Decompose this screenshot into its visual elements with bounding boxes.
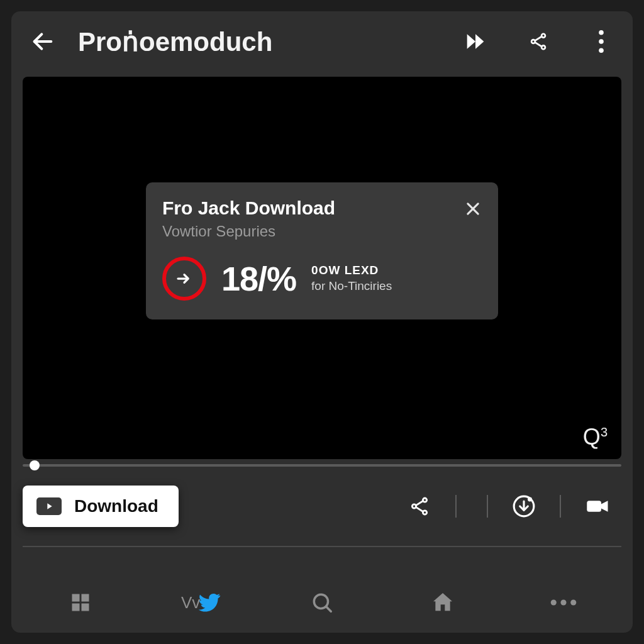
back-arrow-icon xyxy=(30,29,55,54)
download-circle-button[interactable] xyxy=(509,492,538,521)
more-horiz-icon xyxy=(550,598,577,607)
nav-twitter[interactable]: Vv xyxy=(181,582,221,623)
popup-side-text: 0OW LEXD for No-Tinciries xyxy=(311,264,392,293)
popup-subtitle: Vowtior Sepuries xyxy=(162,223,335,240)
svg-marker-14 xyxy=(47,503,52,509)
separator xyxy=(23,546,621,547)
download-button[interactable]: Download xyxy=(23,486,179,527)
svg-point-9 xyxy=(599,39,604,44)
top-actions xyxy=(462,28,615,55)
popup-side-line1: 0OW LEXD xyxy=(311,264,392,277)
page-title: Proṅoemoduch xyxy=(78,26,444,57)
video-player[interactable]: Q3 Fro Jack Download Vowtior Sepuries xyxy=(23,77,621,459)
grid-icon xyxy=(69,591,92,614)
svg-line-6 xyxy=(535,36,542,41)
popup-side-line2: for No-Tinciries xyxy=(311,280,392,293)
action-row: Download xyxy=(11,467,633,527)
svg-point-31 xyxy=(551,599,557,605)
svg-rect-26 xyxy=(82,594,89,602)
progress-percent: 18/% xyxy=(221,259,296,298)
divider xyxy=(487,495,488,518)
share-button[interactable] xyxy=(405,492,434,521)
twitter-icon xyxy=(197,590,221,615)
back-button[interactable] xyxy=(25,24,60,59)
play-badge-icon xyxy=(36,497,62,515)
close-icon xyxy=(464,200,482,218)
svg-point-32 xyxy=(560,599,566,605)
popup-title: Fro Jack Download xyxy=(162,197,335,219)
svg-line-18 xyxy=(416,501,423,506)
svg-marker-2 xyxy=(475,34,484,48)
nav-grid[interactable] xyxy=(60,582,101,623)
arrow-right-icon xyxy=(175,269,194,288)
nav-more[interactable] xyxy=(543,582,584,623)
seek-bar[interactable] xyxy=(23,464,621,467)
progress-ring xyxy=(162,257,206,301)
svg-rect-23 xyxy=(587,501,601,512)
svg-marker-24 xyxy=(601,501,608,512)
quality-sup: 3 xyxy=(601,425,608,439)
svg-line-30 xyxy=(326,606,331,611)
svg-line-7 xyxy=(535,42,542,47)
bottom-nav: Vv xyxy=(11,572,633,633)
divider xyxy=(560,495,561,518)
video-area: Q3 Fro Jack Download Vowtior Sepuries xyxy=(23,77,621,459)
download-popup: Fro Jack Download Vowtior Sepuries 18/% xyxy=(146,182,498,319)
video-camera-icon xyxy=(584,493,610,519)
download-label: Download xyxy=(74,496,158,516)
more-button[interactable] xyxy=(587,28,615,55)
svg-point-8 xyxy=(599,30,604,35)
download-circle-icon xyxy=(512,494,536,518)
nav-home[interactable] xyxy=(423,582,463,623)
fast-forward-icon xyxy=(463,29,488,54)
quality-letter: Q xyxy=(583,424,601,450)
svg-point-22 xyxy=(528,497,532,501)
share-icon xyxy=(409,496,430,517)
popup-close-button[interactable] xyxy=(464,200,482,218)
video-camera-button[interactable] xyxy=(582,492,611,521)
quality-indicator[interactable]: Q3 xyxy=(583,424,608,450)
svg-point-33 xyxy=(570,599,576,605)
share-icon xyxy=(528,31,548,52)
nav-search[interactable] xyxy=(302,582,342,623)
svg-marker-1 xyxy=(467,34,475,48)
fast-forward-button[interactable] xyxy=(462,28,489,55)
svg-line-19 xyxy=(416,507,423,511)
svg-point-10 xyxy=(599,48,604,53)
more-vert-icon xyxy=(598,30,604,53)
search-icon xyxy=(310,591,334,614)
svg-rect-25 xyxy=(72,594,80,602)
svg-rect-28 xyxy=(82,604,89,611)
share-button-top[interactable] xyxy=(525,28,552,55)
svg-rect-27 xyxy=(72,604,80,611)
home-icon xyxy=(430,590,455,615)
seek-thumb[interactable] xyxy=(30,460,40,470)
top-bar: Proṅoemoduch xyxy=(11,11,633,72)
divider xyxy=(455,495,457,518)
